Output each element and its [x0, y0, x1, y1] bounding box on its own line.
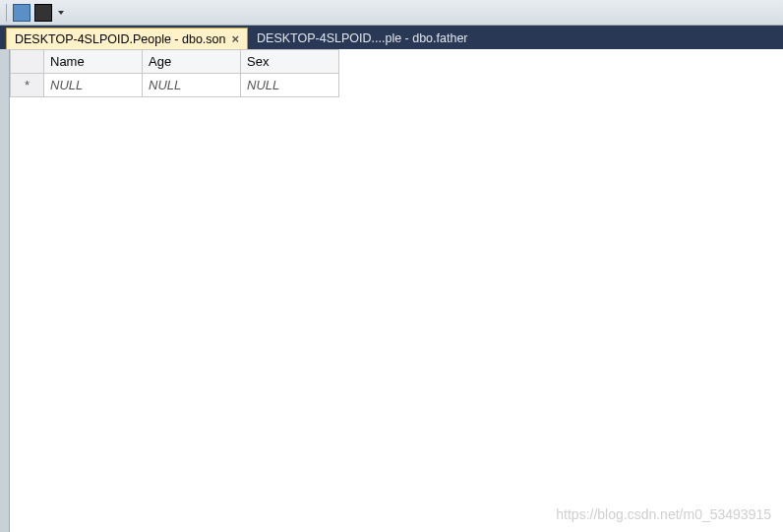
data-grid-area: Name Age Sex * NULL NULL NULL https://bl…	[10, 49, 783, 532]
column-header-sex[interactable]: Sex	[241, 50, 339, 74]
row-marker: *	[11, 74, 44, 97]
data-grid[interactable]: Name Age Sex * NULL NULL NULL	[10, 49, 339, 97]
tab-label: DESKTOP-4SLPOID.People - dbo.son	[15, 32, 225, 46]
cell-sex[interactable]: NULL	[241, 74, 339, 97]
tab-label: DESKTOP-4SLPOID....ple - dbo.father	[257, 31, 467, 45]
content-area: Name Age Sex * NULL NULL NULL https://bl…	[0, 49, 783, 532]
close-icon[interactable]: ×	[231, 31, 239, 46]
cell-name[interactable]: NULL	[44, 74, 143, 97]
tab-dbo-father[interactable]: DESKTOP-4SLPOID....ple - dbo.father	[249, 28, 475, 49]
chevron-down-icon[interactable]	[58, 11, 64, 15]
table-row[interactable]: * NULL NULL NULL	[11, 74, 339, 97]
left-gutter	[0, 49, 10, 532]
toolbar-separator	[6, 4, 7, 22]
grid-view-icon[interactable]	[13, 4, 30, 22]
column-header-age[interactable]: Age	[143, 50, 241, 74]
save-icon[interactable]	[34, 4, 52, 22]
cell-age[interactable]: NULL	[143, 74, 241, 97]
column-header-name[interactable]: Name	[44, 50, 143, 74]
tabstrip: DESKTOP-4SLPOID.People - dbo.son × DESKT…	[0, 26, 783, 49]
watermark: https://blog.csdn.net/m0_53493915	[556, 506, 771, 522]
toolbar	[0, 0, 783, 26]
row-header-blank	[11, 50, 44, 74]
tab-dbo-son[interactable]: DESKTOP-4SLPOID.People - dbo.son ×	[6, 28, 248, 49]
